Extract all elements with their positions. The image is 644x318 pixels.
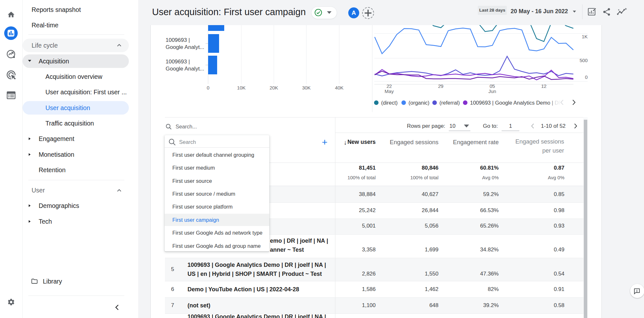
- svg-text:Google Analyt...: Google Analyt...: [166, 66, 204, 72]
- svg-text:Google Analyt...: Google Analyt...: [166, 44, 204, 50]
- svg-text:0: 0: [207, 85, 209, 90]
- svg-text:05: 05: [490, 83, 495, 89]
- svg-text:1K: 1K: [582, 34, 588, 39]
- svg-text:29: 29: [438, 83, 444, 89]
- svg-text:Jun: Jun: [488, 89, 496, 94]
- svg-text:20K: 20K: [270, 85, 278, 90]
- svg-text:0: 0: [585, 74, 588, 80]
- svg-text:40K: 40K: [335, 85, 344, 90]
- svg-text:1009693 |: 1009693 |: [166, 59, 190, 65]
- svg-text:May: May: [385, 89, 394, 94]
- svg-text:500: 500: [580, 58, 588, 63]
- svg-text:22: 22: [387, 83, 392, 89]
- svg-text:1009693 |: 1009693 |: [166, 37, 190, 43]
- svg-text:10K: 10K: [237, 85, 246, 90]
- svg-text:30K: 30K: [302, 85, 311, 90]
- svg-text:12: 12: [541, 83, 547, 89]
